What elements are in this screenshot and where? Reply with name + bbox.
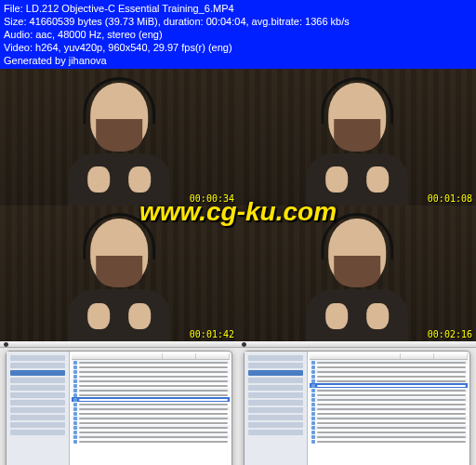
finder-file-list xyxy=(70,352,231,465)
presenter-figure xyxy=(47,83,191,199)
finder-sidebar xyxy=(245,352,308,465)
media-info-header: File: LD.212 Objective-C Essential Train… xyxy=(0,0,476,69)
finder-window xyxy=(244,351,470,465)
presenter-figure xyxy=(285,83,429,199)
info-size: Size: 41660539 bytes (39.73 MiB), durati… xyxy=(4,15,472,28)
thumb-5-finder: 00:02:50 xyxy=(0,341,238,465)
thumb-4: 00:02:16 xyxy=(238,206,476,342)
timestamp-label: 00:02:16 xyxy=(428,329,472,339)
info-generated: Generated by jihanova xyxy=(4,54,472,67)
info-video: Video: h264, yuv420p, 960x540, 29.97 fps… xyxy=(4,41,472,54)
apple-menu-icon xyxy=(4,342,8,347)
thumb-1: 00:00:34 xyxy=(0,69,238,206)
mac-menubar xyxy=(0,341,238,348)
presenter-figure xyxy=(47,219,191,335)
finder-file-list xyxy=(308,352,469,465)
thumb-2: 00:01:08 xyxy=(238,69,476,206)
timestamp-label: 00:01:08 xyxy=(428,193,472,204)
info-file: File: LD.212 Objective-C Essential Train… xyxy=(4,2,472,15)
thumb-6-finder: 00:03:24 xyxy=(238,341,476,465)
timestamp-label: 00:01:42 xyxy=(190,329,234,339)
thumb-3: 00:01:42 xyxy=(0,206,238,342)
presenter-figure xyxy=(285,219,429,335)
info-audio: Audio: aac, 48000 Hz, stereo (eng) xyxy=(4,28,472,41)
finder-sidebar xyxy=(7,352,70,465)
timestamp-label: 00:00:34 xyxy=(190,193,234,204)
apple-menu-icon xyxy=(242,342,246,347)
finder-window xyxy=(6,351,232,465)
mac-menubar xyxy=(238,341,476,348)
thumbnail-grid: 00:00:34 00:01:08 00:01:42 00:02:16 xyxy=(0,69,476,465)
